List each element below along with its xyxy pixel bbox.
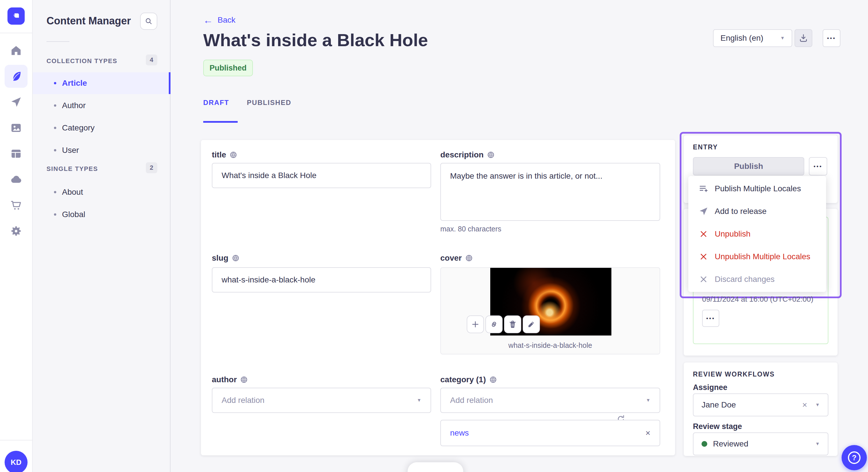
user-avatar[interactable]: KD bbox=[5, 451, 28, 472]
more-icon: ••• bbox=[706, 316, 715, 321]
title-input[interactable] bbox=[212, 163, 431, 188]
description-hint: max. 80 characters bbox=[440, 225, 501, 233]
trash-icon bbox=[508, 320, 517, 329]
entry-actions-menu: Publish Multiple Locales Add to release … bbox=[688, 176, 826, 292]
category-tag-row: news × bbox=[440, 420, 660, 446]
category-field-label: category (1) bbox=[440, 375, 497, 384]
bottom-action-pill[interactable] bbox=[408, 462, 463, 472]
search-icon bbox=[144, 17, 153, 26]
bullet-icon bbox=[54, 213, 56, 216]
bullet-icon bbox=[54, 191, 56, 193]
clear-assignee-icon[interactable]: × bbox=[802, 400, 815, 410]
rail-divider bbox=[0, 33, 33, 33]
strapi-logo[interactable] bbox=[7, 7, 25, 25]
menu-item-add-to-release[interactable]: Add to release bbox=[688, 200, 826, 223]
active-tab-underline bbox=[203, 121, 238, 123]
menu-item-unpublish[interactable]: Unpublish bbox=[688, 223, 826, 245]
more-icon: ••• bbox=[814, 164, 823, 169]
sidebar-item-category[interactable]: Category bbox=[33, 117, 170, 139]
cover-action-bar bbox=[467, 315, 540, 333]
assignee-combobox[interactable]: Jane Doe × ▼ bbox=[693, 394, 828, 416]
download-icon bbox=[799, 33, 808, 43]
tab-draft[interactable]: DRAFT bbox=[203, 99, 229, 107]
back-link[interactable]: ← Back bbox=[203, 15, 236, 25]
chevron-down-icon: ▼ bbox=[646, 398, 650, 403]
export-button[interactable] bbox=[795, 29, 812, 47]
help-icon: ? bbox=[848, 451, 861, 464]
author-field-label: author bbox=[212, 375, 248, 384]
chevron-down-icon: ▼ bbox=[780, 36, 785, 41]
menu-item-publish-multiple-locales[interactable]: Publish Multiple Locales bbox=[688, 177, 826, 200]
cross-icon bbox=[699, 252, 708, 262]
nav-media-library[interactable] bbox=[5, 116, 28, 139]
locale-select[interactable]: English (en) ▼ bbox=[713, 29, 792, 47]
nav-home[interactable] bbox=[5, 39, 28, 62]
nav-deploy[interactable] bbox=[5, 168, 28, 191]
release-more-button[interactable]: ••• bbox=[702, 310, 719, 327]
add-media-button[interactable] bbox=[467, 315, 484, 333]
sidebar-item-user[interactable]: User bbox=[33, 139, 170, 161]
globe-icon bbox=[232, 255, 239, 262]
header-more-button[interactable]: ••• bbox=[823, 29, 840, 47]
description-textarea[interactable]: Maybe the answer is in this article, or … bbox=[440, 163, 660, 221]
media-icon bbox=[10, 122, 22, 134]
entry-form-card: title description Maybe the answer is in… bbox=[201, 140, 675, 456]
entry-panel-heading: ENTRY bbox=[693, 143, 718, 151]
review-workflows-panel: REVIEW WORKFLOWS Assignee Jane Doe × ▼ R… bbox=[684, 363, 838, 456]
nav-content-type-builder[interactable] bbox=[5, 142, 28, 165]
edit-media-button[interactable] bbox=[523, 315, 540, 333]
slug-field-label: slug bbox=[212, 254, 239, 263]
sidebar-divider bbox=[46, 41, 69, 42]
help-button[interactable]: ? bbox=[842, 445, 867, 470]
sidebar-item-article[interactable]: Article bbox=[33, 72, 170, 94]
cloud-icon bbox=[10, 173, 22, 186]
tab-published[interactable]: PUBLISHED bbox=[247, 99, 291, 107]
chevron-down-icon: ▼ bbox=[815, 441, 820, 446]
gear-icon bbox=[10, 225, 22, 237]
bullet-icon bbox=[54, 104, 56, 107]
author-relation-select[interactable]: Add relation ▼ bbox=[212, 388, 431, 413]
category-relation-select[interactable]: Add relation ▼ bbox=[440, 388, 660, 413]
page-title: What's inside a Black Hole bbox=[203, 30, 428, 50]
globe-icon bbox=[465, 255, 473, 262]
more-icon: ••• bbox=[827, 36, 836, 41]
link-icon bbox=[489, 320, 499, 329]
chevron-down-icon: ▼ bbox=[815, 402, 820, 407]
list-plus-icon bbox=[699, 184, 708, 194]
sidebar-item-about[interactable]: About bbox=[33, 181, 170, 203]
delete-media-button[interactable] bbox=[504, 315, 521, 333]
search-button[interactable] bbox=[140, 12, 157, 30]
entry-more-button[interactable]: ••• bbox=[809, 157, 827, 175]
sidebar-item-author[interactable]: Author bbox=[33, 95, 170, 116]
home-icon bbox=[10, 44, 22, 57]
menu-item-discard-changes[interactable]: Discard changes bbox=[688, 268, 826, 291]
nav-settings[interactable] bbox=[5, 220, 28, 243]
remove-tag-icon[interactable]: × bbox=[645, 428, 650, 438]
nav-releases[interactable] bbox=[5, 91, 28, 113]
globe-icon bbox=[240, 376, 248, 383]
collection-types-count: 4 bbox=[146, 55, 157, 65]
strapi-logo-icon bbox=[11, 11, 21, 21]
section-single-types: SINGLE TYPES bbox=[46, 165, 98, 173]
cover-media-panel: what-s-inside-a-black-hole bbox=[440, 267, 660, 355]
globe-icon bbox=[489, 376, 497, 383]
cross-icon bbox=[699, 229, 708, 239]
menu-item-unpublish-multiple-locales[interactable]: Unpublish Multiple Locales bbox=[688, 245, 826, 268]
copy-link-button[interactable] bbox=[485, 315, 503, 333]
slug-input[interactable] bbox=[212, 267, 431, 293]
status-badge: Published bbox=[203, 60, 253, 76]
bullet-icon bbox=[54, 82, 56, 84]
nav-marketplace[interactable] bbox=[5, 194, 28, 217]
category-tag-news[interactable]: news bbox=[450, 429, 469, 438]
send-icon bbox=[699, 206, 708, 216]
layout-icon bbox=[10, 148, 22, 160]
stage-status-dot bbox=[702, 441, 707, 447]
nav-content-manager[interactable] bbox=[5, 65, 28, 88]
cross-icon bbox=[699, 274, 708, 284]
description-field-label: description bbox=[440, 150, 495, 160]
sidebar: Content Manager COLLECTION TYPES 4 Artic… bbox=[33, 0, 170, 472]
review-stage-select[interactable]: Reviewed ▼ bbox=[693, 432, 828, 456]
sidebar-item-global[interactable]: Global bbox=[33, 204, 170, 225]
publish-button[interactable]: Publish bbox=[693, 157, 804, 175]
sidebar-title: Content Manager bbox=[46, 15, 131, 27]
